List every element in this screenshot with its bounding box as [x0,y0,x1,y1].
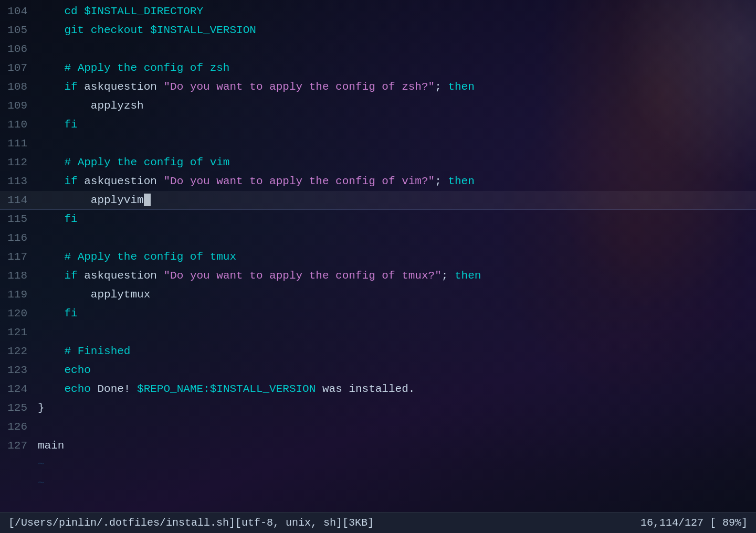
token-cmd: echo [64,364,90,376]
code-line-122: 122 # Finished [0,342,756,361]
text-cursor [144,194,151,206]
token-comment: # Apply the config of vim [64,156,229,168]
token-plain [38,270,64,282]
line-content: applyvim [38,191,756,210]
code-line-109: 109 applyzsh [0,97,756,115]
token-var: $INSTALL_DIRECTORY [84,5,203,17]
line-content: fi [38,115,756,134]
token-kw: then [448,175,474,187]
token-kw: fi [64,213,77,225]
tilde-line-0: ~ [0,455,756,474]
token-plain: ; [442,270,455,282]
line-content: # Apply the config of zsh [38,59,756,78]
line-number: 119 [0,285,38,304]
line-content: applytmux [38,285,756,304]
token-kw: then [448,81,474,93]
line-content: echo Done! $REPO_NAME:$INSTALL_VERSION w… [38,380,756,399]
tilde-char: ~ [38,474,45,493]
line-content: fi [38,304,756,323]
status-right: 16,114/127 [ 89%] [640,517,748,529]
code-line-120: 120 fi [0,304,756,323]
token-cmd: git checkout [38,24,150,36]
token-plain: ; [435,81,448,93]
code-line-111: 111 [0,134,756,153]
line-number: 122 [0,342,38,361]
token-plain [38,364,64,376]
code-line-107: 107 # Apply the config of zsh [0,59,756,78]
code-line-112: 112 # Apply the config of vim [0,153,756,172]
code-line-113: 113 if askquestion "Do you want to apply… [0,172,756,191]
code-line-114: 114 applyvim [0,191,756,210]
line-content: # Apply the config of tmux [38,248,756,266]
token-plain [38,307,64,319]
token-plain [38,119,64,131]
line-number: 127 [0,436,38,455]
tilde-line-1: ~ [0,474,756,493]
token-comment: # Finished [64,345,130,357]
token-plain: ; [435,175,448,187]
token-plain [38,213,64,225]
token-var: $REPO_NAME:$INSTALL_VERSION [137,383,316,395]
token-plain: askquestion [78,175,164,187]
code-line-108: 108 if askquestion "Do you want to apply… [0,78,756,97]
code-line-104: 104 cd $INSTALL_DIRECTORY [0,2,756,21]
code-line-121: 121 [0,323,756,342]
token-plain: applyvim [38,194,144,206]
line-content: git checkout $INSTALL_VERSION [38,21,756,40]
line-content: applyzsh [38,97,756,115]
token-string: "Do you want to apply the config of vim?… [163,175,435,187]
line-content: if askquestion "Do you want to apply the… [38,78,756,97]
code-line-115: 115 fi [0,210,756,229]
token-kw: if [64,270,77,282]
code-area: 104 cd $INSTALL_DIRECTORY105 git checkou… [0,0,756,512]
line-number: 110 [0,115,38,134]
line-number: 123 [0,361,38,380]
line-content: # Finished [38,342,756,361]
token-plain [38,345,64,357]
token-plain [38,81,64,93]
line-number: 106 [0,40,38,59]
code-line-117: 117 # Apply the config of tmux [0,248,756,266]
token-kw: fi [64,307,77,319]
code-line-118: 118 if askquestion "Do you want to apply… [0,266,756,285]
token-cmd: echo [64,383,90,395]
token-plain: applyzsh [38,100,144,112]
line-content: echo [38,361,756,380]
token-plain [38,251,64,263]
tilde-char: ~ [38,455,45,474]
code-line-110: 110 fi [0,115,756,134]
line-content: if askquestion "Do you want to apply the… [38,266,756,285]
token-kw: if [64,81,77,93]
token-kw: then [455,270,481,282]
token-plain [38,175,64,187]
token-comment: # Apply the config of tmux [64,251,236,263]
line-content: cd $INSTALL_DIRECTORY [38,2,756,21]
code-line-126: 126 [0,418,756,436]
code-line-116: 116 [0,229,756,248]
line-number: 104 [0,2,38,21]
code-line-124: 124 echo Done! $REPO_NAME:$INSTALL_VERSI… [0,380,756,399]
token-string: "Do you want to apply the config of zsh?… [163,81,435,93]
token-plain: applytmux [38,289,150,301]
line-number: 116 [0,229,38,248]
token-plain: was installed. [316,383,415,395]
token-plain [38,383,64,395]
code-line-125: 125} [0,399,756,418]
line-number: 112 [0,153,38,172]
line-number: 114 [0,191,38,210]
line-number: 120 [0,304,38,323]
token-plain: } [38,402,45,414]
line-content: } [38,399,756,418]
token-plain: Done! [91,383,137,395]
line-content: fi [38,210,756,229]
token-cmd: cd [38,5,84,17]
line-number: 108 [0,78,38,97]
line-number: 105 [0,21,38,40]
token-kw: if [64,175,77,187]
status-left: [/Users/pinlin/.dotfiles/install.sh][utf… [8,517,374,529]
line-content: main [38,436,756,455]
line-number: 109 [0,97,38,115]
line-number: 111 [0,134,38,153]
code-line-106: 106 [0,40,756,59]
code-line-123: 123 echo [0,361,756,380]
